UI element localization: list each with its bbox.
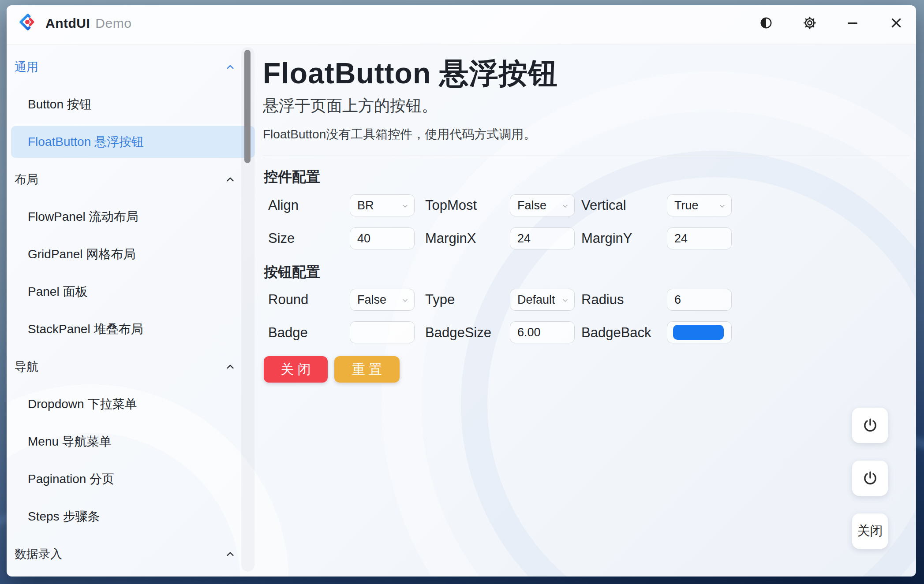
radius-input-box xyxy=(667,289,732,311)
badgeback-color-swatch xyxy=(673,325,724,340)
float-power-button-1[interactable] xyxy=(852,408,888,443)
titlebar: AntdUIDemo xyxy=(7,5,916,45)
chevron-up-icon xyxy=(225,62,235,72)
chevron-up-icon xyxy=(225,549,235,559)
float-power-button-2[interactable] xyxy=(852,461,888,496)
round-select[interactable]: False xyxy=(350,289,415,311)
float-close-button[interactable]: 关闭 xyxy=(852,513,888,549)
sidebar-group-general[interactable]: 通用 xyxy=(7,51,255,83)
chevron-down-icon xyxy=(561,297,569,304)
vertical-select[interactable]: True xyxy=(667,194,732,216)
field-label-badgesize: BadgeSize xyxy=(425,325,491,341)
sidebar-group-label: 数据录入 xyxy=(15,546,62,562)
marginy-input[interactable] xyxy=(667,228,731,249)
size-input-box xyxy=(350,227,415,249)
close-icon xyxy=(889,16,903,30)
reset-action-button[interactable]: 重 置 xyxy=(334,356,400,383)
field-label-badgeback: BadgeBack xyxy=(581,325,651,341)
marginx-input-box xyxy=(510,227,575,249)
close-action-button[interactable]: 关 闭 xyxy=(264,356,328,383)
gear-icon xyxy=(802,15,817,30)
power-icon xyxy=(862,417,879,434)
sidebar-item-floatbutton[interactable]: FloatButton 悬浮按钮 xyxy=(11,126,255,158)
chevron-up-icon xyxy=(225,362,235,372)
badge-input-box xyxy=(350,321,415,343)
sidebar-group-layout[interactable]: 布局 xyxy=(7,164,255,195)
sidebar-item-label: Menu 导航菜单 xyxy=(28,433,112,450)
type-select[interactable]: Default xyxy=(510,289,575,311)
page-subtitle: 悬浮于页面上方的按钮。 xyxy=(263,95,438,117)
topmost-select[interactable]: False xyxy=(510,194,575,216)
sidebar-item-gridpanel[interactable]: GridPanel 网格布局 xyxy=(7,238,255,270)
content-divider xyxy=(263,156,910,156)
marginx-input[interactable] xyxy=(510,228,574,249)
settings-button[interactable] xyxy=(800,13,819,33)
sidebar-item-flowpanel[interactable]: FlowPanel 流动布局 xyxy=(7,201,255,233)
app-name-suffix: Demo xyxy=(95,16,131,30)
sidebar-item-label: Dropdown 下拉菜单 xyxy=(28,396,137,413)
field-label-size: Size xyxy=(268,231,295,246)
page-description: FloatButton没有工具箱控件，使用代码方式调用。 xyxy=(263,126,536,143)
size-input[interactable] xyxy=(350,228,414,249)
type-value: Default xyxy=(510,293,555,307)
radius-input[interactable] xyxy=(667,289,731,310)
chevron-up-icon xyxy=(225,175,235,184)
badgeback-color-picker[interactable] xyxy=(667,321,732,343)
chevron-down-icon xyxy=(718,202,726,210)
marginy-input-box xyxy=(667,227,732,249)
sidebar-group-label: 通用 xyxy=(15,59,38,75)
sidebar-item-label: Steps 步骤条 xyxy=(28,508,100,525)
section-heading-control-config: 控件配置 xyxy=(264,167,320,187)
sidebar-item-label: Button 按钮 xyxy=(28,96,92,113)
sidebar-item-label: Panel 面板 xyxy=(28,283,87,300)
align-select[interactable]: BR xyxy=(350,194,415,216)
page-title: FloatButton 悬浮按钮 xyxy=(263,54,558,93)
section-heading-button-config: 按钮配置 xyxy=(264,263,320,282)
align-value: BR xyxy=(350,199,374,212)
sidebar-item-button[interactable]: Button 按钮 xyxy=(7,89,255,120)
app-window: AntdUIDemo xyxy=(7,5,916,577)
sidebar-item-stackpanel[interactable]: StackPanel 堆叠布局 xyxy=(7,313,255,345)
field-label-topmost: TopMost xyxy=(425,197,477,213)
chevron-down-icon xyxy=(561,202,569,210)
minimize-button[interactable] xyxy=(843,13,862,33)
field-label-round: Round xyxy=(268,292,308,308)
theme-toggle-button[interactable] xyxy=(756,13,776,33)
theme-contrast-icon xyxy=(759,16,773,30)
app-name: AntdUI xyxy=(45,16,90,30)
field-label-align: Align xyxy=(268,197,299,213)
chevron-down-icon xyxy=(401,202,409,210)
sidebar-group-data-entry[interactable]: 数据录入 xyxy=(7,538,255,570)
sidebar-item-steps[interactable]: Steps 步骤条 xyxy=(7,501,255,532)
app-title: AntdUIDemo xyxy=(45,16,131,31)
chevron-down-icon xyxy=(401,297,409,304)
round-value: False xyxy=(350,293,386,307)
badgesize-input-box xyxy=(510,321,575,343)
sidebar-group-label: 导航 xyxy=(15,359,38,375)
sidebar-item-label: GridPanel 网格布局 xyxy=(28,246,135,263)
sidebar-group-navigation[interactable]: 导航 xyxy=(7,351,255,383)
sidebar-item-dropdown[interactable]: Dropdown 下拉菜单 xyxy=(7,388,255,420)
field-label-badge: Badge xyxy=(268,325,308,341)
badge-input[interactable] xyxy=(350,322,414,343)
sidebar-item-pagination[interactable]: Pagination 分页 xyxy=(7,463,255,495)
sidebar-item-label: Pagination 分页 xyxy=(28,471,114,487)
sidebar-scrollbar-track[interactable] xyxy=(241,47,254,572)
power-icon xyxy=(862,470,879,487)
sidebar-item-menu[interactable]: Menu 导航菜单 xyxy=(7,426,255,458)
close-window-button[interactable] xyxy=(887,13,906,33)
badgesize-input[interactable] xyxy=(510,322,574,343)
app-logo-icon xyxy=(18,12,37,32)
sidebar-item-label: FlowPanel 流动布局 xyxy=(28,208,138,225)
sidebar-scrollbar-thumb[interactable] xyxy=(244,50,251,163)
field-label-type: Type xyxy=(425,292,455,308)
vertical-value: True xyxy=(667,199,699,212)
field-label-radius: Radius xyxy=(581,292,624,308)
sidebar-item-label: FloatButton 悬浮按钮 xyxy=(28,134,144,150)
background-swirl xyxy=(382,71,916,577)
sidebar-item-label: StackPanel 堆叠布局 xyxy=(28,321,143,338)
field-label-vertical: Vertical xyxy=(581,197,626,213)
topmost-value: False xyxy=(510,199,546,212)
sidebar-item-panel[interactable]: Panel 面板 xyxy=(7,276,255,308)
sidebar-group-label: 布局 xyxy=(15,171,38,187)
